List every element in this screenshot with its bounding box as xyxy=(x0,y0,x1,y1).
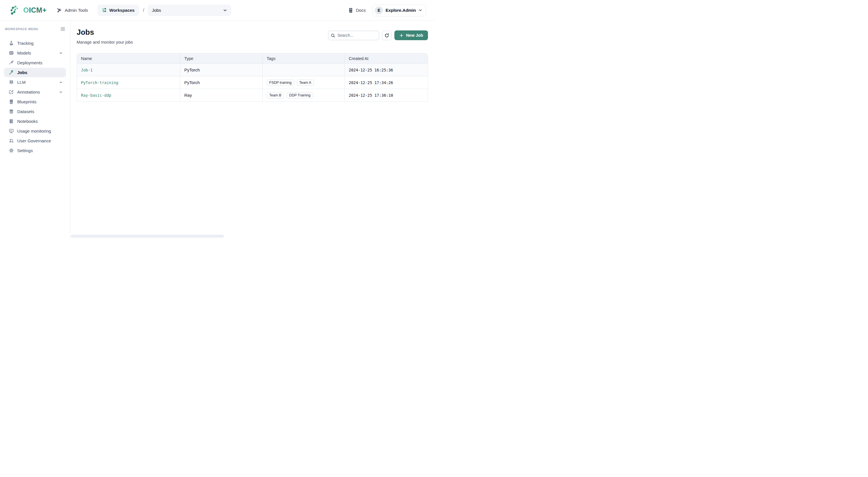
search-icon xyxy=(331,33,335,38)
sidebar-item-label: Usage monitoring xyxy=(17,129,51,133)
brand-logo[interactable]: OICM+ xyxy=(9,5,46,16)
sidebar-item-settings[interactable]: Settings xyxy=(4,146,66,155)
code-icon xyxy=(9,51,14,55)
job-name-cell: Ray-basic-ddp xyxy=(77,89,180,101)
tag-badge: DDP Training xyxy=(286,92,313,98)
rocket-icon xyxy=(9,60,14,65)
user-name: Explore.Admin xyxy=(385,8,416,12)
table-row: Ray-basic-ddp Ray Team B DDP Training 20… xyxy=(77,89,428,101)
sidebar-item-label: Deployments xyxy=(17,60,42,65)
refresh-button[interactable] xyxy=(382,31,392,40)
sidebar-item-blueprints[interactable]: Blueprints xyxy=(4,97,66,106)
sidebar-item-label: User Governance xyxy=(17,138,51,143)
sidebar-item-jobs[interactable]: Jobs xyxy=(4,68,66,77)
sidebar-item-label: Jobs xyxy=(17,70,27,75)
tag-badge: Team B xyxy=(267,92,284,98)
brain-icon xyxy=(9,80,14,85)
search-input[interactable] xyxy=(328,31,379,40)
sidebar-item-usage-monitoring[interactable]: Usage monitoring xyxy=(4,126,66,136)
column-header-created-at: Created At xyxy=(345,53,428,63)
job-type-cell: PyTorch xyxy=(180,64,262,76)
sidebar-title: WORKSPACE MENU xyxy=(5,27,38,31)
docs-label: Docs xyxy=(356,8,366,12)
sidebar-header: WORKSPACE MENU xyxy=(0,26,70,32)
user-menu[interactable]: E Explore.Admin xyxy=(373,4,426,17)
chevron-down-icon xyxy=(418,8,422,12)
job-name-link[interactable]: Job-1 xyxy=(81,68,93,72)
wand-icon xyxy=(9,70,14,75)
molecule-logo-icon xyxy=(9,5,21,16)
table-row: PyTorch-training PyTorch FSDP training T… xyxy=(77,76,428,89)
tag-badge: FSDP training xyxy=(267,80,294,86)
workspaces-breadcrumb-button[interactable]: Workspaces xyxy=(97,5,139,16)
tag-badge: Team A xyxy=(297,80,314,86)
sidebar-item-label: Notebooks xyxy=(17,119,38,124)
book-icon xyxy=(9,99,14,104)
horizontal-scrollbar[interactable] xyxy=(71,235,224,237)
sidebar-item-label: Blueprints xyxy=(17,99,36,104)
sidebar-item-label: LLM xyxy=(17,80,26,85)
sidebar-item-deployments[interactable]: Deployments xyxy=(4,58,66,67)
sidebar: WORKSPACE MENU Tracking xyxy=(0,21,70,238)
sidebar-item-label: Tracking xyxy=(17,41,34,45)
jobs-table: Name Type Tags Created At Job-1 PyTorch … xyxy=(76,53,428,102)
workspace-selector[interactable]: Jobs xyxy=(148,5,231,16)
main-content: Jobs Manage and monitor your jobs xyxy=(70,21,434,238)
sidebar-item-user-governance[interactable]: User Governance xyxy=(4,136,66,146)
top-bar: OICM+ Admin Tools Workspaces / xyxy=(0,0,434,21)
user-avatar: E xyxy=(375,6,383,14)
sidebar-item-label: Annotations xyxy=(17,90,40,94)
brand-wordmark: OICM+ xyxy=(23,6,46,14)
annotation-icon xyxy=(9,90,14,94)
column-header-name: Name xyxy=(77,53,180,63)
job-created-cell: 2024-12-25 16:25:36 xyxy=(345,64,428,76)
workspace-selector-value: Jobs xyxy=(152,8,161,12)
admin-tools-button[interactable]: Admin Tools xyxy=(57,8,88,13)
hamburger-icon[interactable] xyxy=(60,26,65,32)
tools-icon xyxy=(57,8,62,13)
users-gear-icon xyxy=(9,138,14,143)
admin-tools-label: Admin Tools xyxy=(65,8,88,12)
job-name-cell: PyTorch-training xyxy=(77,76,180,89)
sidebar-item-llm[interactable]: LLM xyxy=(4,77,66,87)
sidebar-item-datasets[interactable]: Datasets xyxy=(4,107,66,116)
monitor-chart-icon xyxy=(9,129,14,133)
job-name-cell: Job-1 xyxy=(77,64,180,76)
sidebar-item-models[interactable]: Models xyxy=(4,48,66,58)
chevron-down-icon xyxy=(59,52,63,55)
job-tags-cell xyxy=(262,64,345,76)
workspaces-label: Workspaces xyxy=(110,8,135,12)
sidebar-nav: Tracking Models xyxy=(0,38,70,155)
job-type-cell: Ray xyxy=(180,89,262,101)
breadcrumb-separator: / xyxy=(143,8,144,13)
database-icon xyxy=(9,109,14,114)
chevron-down-icon xyxy=(223,8,227,12)
job-tags-cell: FSDP training Team A xyxy=(262,76,345,89)
job-created-cell: 2024-12-25 17:36:10 xyxy=(345,89,428,101)
page-header: Jobs Manage and monitor your jobs xyxy=(76,28,428,44)
docs-button[interactable]: Docs xyxy=(348,8,366,13)
sidebar-item-label: Datasets xyxy=(17,109,34,114)
page-title-block: Jobs Manage and monitor your jobs xyxy=(76,28,133,44)
toolbar: New Job xyxy=(328,30,428,40)
job-created-cell: 2024-12-25 17:34:26 xyxy=(345,76,428,89)
sidebar-item-tracking[interactable]: Tracking xyxy=(4,38,66,48)
new-job-button[interactable]: New Job xyxy=(394,30,428,40)
job-name-link[interactable]: Ray-basic-ddp xyxy=(81,93,112,98)
sidebar-item-annotations[interactable]: Annotations xyxy=(4,87,66,97)
flask-icon xyxy=(9,41,14,45)
book-icon xyxy=(348,8,353,13)
page-subtitle: Manage and monitor your jobs xyxy=(76,40,133,44)
job-name-link[interactable]: PyTorch-training xyxy=(81,81,118,85)
column-header-type: Type xyxy=(180,53,262,63)
sidebar-item-label: Models xyxy=(17,51,31,55)
job-tags-cell: Team B DDP Training xyxy=(262,89,345,101)
workspace-tree-icon xyxy=(102,8,107,12)
search-box xyxy=(328,31,379,40)
table-body: Job-1 PyTorch 2024-12-25 16:25:36 PyTorc… xyxy=(77,63,428,101)
column-header-tags: Tags xyxy=(262,53,345,63)
job-type-cell: PyTorch xyxy=(180,76,262,89)
sidebar-item-notebooks[interactable]: Notebooks xyxy=(4,117,66,126)
table-row: Job-1 PyTorch 2024-12-25 16:25:36 xyxy=(77,63,428,76)
refresh-icon xyxy=(384,33,389,38)
